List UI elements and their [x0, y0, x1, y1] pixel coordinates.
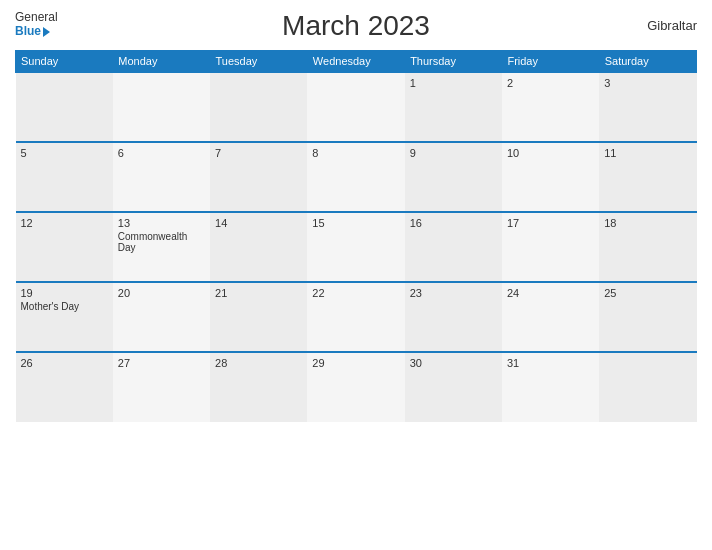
- calendar-cell: 1: [405, 72, 502, 142]
- day-number: 25: [604, 287, 691, 299]
- calendar-cell: 27: [113, 352, 210, 422]
- calendar-week-row: 19Mother's Day202122232425: [16, 282, 697, 352]
- calendar-header: General Blue March 2023 Gibraltar: [15, 10, 697, 42]
- calendar-cell: 11: [599, 142, 696, 212]
- calendar-cell: 16: [405, 212, 502, 282]
- calendar-cell: 22: [307, 282, 404, 352]
- col-friday: Friday: [502, 51, 599, 73]
- calendar-week-row: 567891011: [16, 142, 697, 212]
- calendar-cell: 10: [502, 142, 599, 212]
- day-number: 7: [215, 147, 302, 159]
- day-number: 9: [410, 147, 497, 159]
- calendar-cell: 3: [599, 72, 696, 142]
- day-number: 2: [507, 77, 594, 89]
- calendar-table: Sunday Monday Tuesday Wednesday Thursday…: [15, 50, 697, 422]
- logo-general-text: General: [15, 10, 58, 24]
- calendar-cell: 13Commonwealth Day: [113, 212, 210, 282]
- calendar-cell: 29: [307, 352, 404, 422]
- day-number: 27: [118, 357, 205, 369]
- region-label: Gibraltar: [647, 18, 697, 33]
- calendar-week-row: 262728293031: [16, 352, 697, 422]
- day-number: 17: [507, 217, 594, 229]
- day-number: 21: [215, 287, 302, 299]
- calendar-title: March 2023: [282, 10, 430, 42]
- col-wednesday: Wednesday: [307, 51, 404, 73]
- day-number: 31: [507, 357, 594, 369]
- calendar-cell: 12: [16, 212, 113, 282]
- day-number: 12: [21, 217, 108, 229]
- holiday-label: Commonwealth Day: [118, 231, 205, 253]
- day-number: 3: [604, 77, 691, 89]
- calendar-cell: 19Mother's Day: [16, 282, 113, 352]
- day-number: 18: [604, 217, 691, 229]
- calendar-cell: [210, 72, 307, 142]
- day-number: 5: [21, 147, 108, 159]
- calendar-cell: [16, 72, 113, 142]
- col-tuesday: Tuesday: [210, 51, 307, 73]
- calendar-cell: 21: [210, 282, 307, 352]
- calendar-cell: 15: [307, 212, 404, 282]
- calendar-cell: 7: [210, 142, 307, 212]
- holiday-label: Mother's Day: [21, 301, 108, 312]
- day-number: 15: [312, 217, 399, 229]
- calendar-cell: 2: [502, 72, 599, 142]
- calendar-cell: 17: [502, 212, 599, 282]
- day-number: 6: [118, 147, 205, 159]
- day-number: 11: [604, 147, 691, 159]
- day-number: 28: [215, 357, 302, 369]
- calendar-cell: 31: [502, 352, 599, 422]
- day-number: 26: [21, 357, 108, 369]
- calendar-page: General Blue March 2023 Gibraltar Sunday…: [0, 0, 712, 550]
- calendar-cell: 25: [599, 282, 696, 352]
- day-number: 19: [21, 287, 108, 299]
- calendar-cell: 5: [16, 142, 113, 212]
- calendar-cell: [113, 72, 210, 142]
- col-sunday: Sunday: [16, 51, 113, 73]
- col-thursday: Thursday: [405, 51, 502, 73]
- col-saturday: Saturday: [599, 51, 696, 73]
- calendar-cell: 8: [307, 142, 404, 212]
- calendar-cell: [307, 72, 404, 142]
- day-number: 22: [312, 287, 399, 299]
- logo-blue-row: Blue: [15, 24, 50, 38]
- calendar-cell: [599, 352, 696, 422]
- logo-blue-text: Blue: [15, 24, 41, 38]
- calendar-cell: 18: [599, 212, 696, 282]
- day-number: 1: [410, 77, 497, 89]
- day-number: 29: [312, 357, 399, 369]
- day-number: 14: [215, 217, 302, 229]
- day-number: 30: [410, 357, 497, 369]
- calendar-cell: 24: [502, 282, 599, 352]
- day-number: 8: [312, 147, 399, 159]
- calendar-cell: 26: [16, 352, 113, 422]
- calendar-cell: 20: [113, 282, 210, 352]
- calendar-cell: 9: [405, 142, 502, 212]
- calendar-cell: 28: [210, 352, 307, 422]
- logo-triangle-icon: [43, 27, 50, 37]
- calendar-week-row: 123: [16, 72, 697, 142]
- day-number: 13: [118, 217, 205, 229]
- calendar-cell: 6: [113, 142, 210, 212]
- day-number: 23: [410, 287, 497, 299]
- day-number: 16: [410, 217, 497, 229]
- days-header-row: Sunday Monday Tuesday Wednesday Thursday…: [16, 51, 697, 73]
- day-number: 20: [118, 287, 205, 299]
- calendar-cell: 14: [210, 212, 307, 282]
- calendar-cell: 23: [405, 282, 502, 352]
- logo: General Blue: [15, 10, 58, 39]
- day-number: 10: [507, 147, 594, 159]
- calendar-body: 1235678910111213Commonwealth Day14151617…: [16, 72, 697, 422]
- day-number: 24: [507, 287, 594, 299]
- calendar-cell: 30: [405, 352, 502, 422]
- col-monday: Monday: [113, 51, 210, 73]
- calendar-week-row: 1213Commonwealth Day1415161718: [16, 212, 697, 282]
